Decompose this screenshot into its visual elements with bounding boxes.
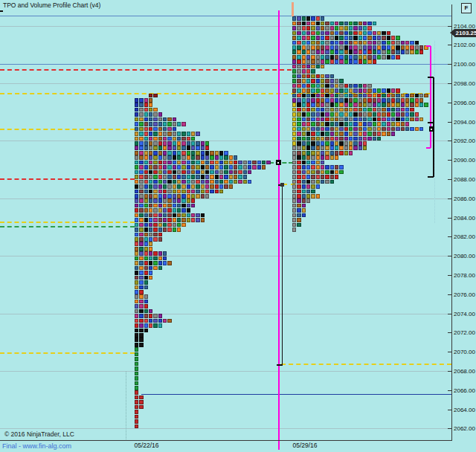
tpo-cell <box>201 155 205 160</box>
tpo-cell <box>135 227 138 232</box>
fin-alg-watermark[interactable]: Final - www.fin-alg.com <box>2 442 71 450</box>
tpo-cell <box>135 309 138 314</box>
tpo-cell <box>210 184 213 189</box>
tpo-cell <box>135 223 138 227</box>
tpo-cell <box>158 132 162 136</box>
chart-corner-tick <box>0 10 3 12</box>
y-axis-label: 2102.00 <box>454 42 475 48</box>
tpo-cell <box>377 108 381 112</box>
tpo-cell <box>135 367 138 371</box>
tpo-cell <box>158 184 162 189</box>
tpo-cell <box>302 122 306 126</box>
tpo-cell <box>302 98 306 103</box>
tpo-cell <box>167 122 171 126</box>
tpo-cell <box>419 98 423 103</box>
tpo-cell <box>306 198 310 203</box>
tpo-cell <box>187 204 190 208</box>
navy-close-line <box>141 394 451 395</box>
tpo-cell <box>144 194 148 198</box>
tpo-cell <box>330 122 334 126</box>
tpo-cell <box>181 161 185 165</box>
tpo-cell <box>325 165 329 170</box>
tpo-cell <box>229 161 233 165</box>
tpo-cell <box>167 127 171 132</box>
tpo-cell <box>149 204 152 208</box>
tpo-cell <box>387 127 390 132</box>
tpo-cell <box>335 141 338 146</box>
tpo-cell <box>330 165 334 170</box>
tpo-cell <box>158 112 162 117</box>
tpo-cell <box>196 161 199 165</box>
tpo-cell <box>135 180 138 184</box>
tpo-cell <box>144 127 148 132</box>
tpo-cell <box>144 218 148 222</box>
tpo-cell <box>163 127 167 132</box>
tpo-cell <box>325 31 329 36</box>
tpo-cell <box>167 170 171 175</box>
tpo-cell <box>139 271 143 275</box>
tpo-cell <box>201 161 205 165</box>
tpo-cell <box>139 333 143 338</box>
tpo-cell <box>302 127 306 132</box>
tpo-cell <box>135 372 138 376</box>
tpo-cell <box>177 208 181 213</box>
tpo-cell <box>306 151 310 155</box>
tpo-cell <box>363 55 367 59</box>
tpo-cell <box>135 146 138 150</box>
tpo-cell <box>173 204 176 208</box>
tpo-cell <box>139 323 143 328</box>
tpo-cell <box>363 41 367 45</box>
tpo-cell <box>135 294 138 299</box>
tpo-cell <box>373 132 376 136</box>
tpo-cell <box>401 98 405 103</box>
tpo-cell <box>158 319 162 323</box>
tpo-cell <box>339 132 343 136</box>
panel-f-button[interactable]: F <box>461 3 472 13</box>
tpo-cell <box>297 84 300 88</box>
tpo-cell <box>153 117 157 122</box>
tpo-cell <box>149 323 152 328</box>
tpo-cell <box>135 184 138 189</box>
tpo-cell <box>139 98 143 103</box>
tpo-cell <box>367 98 371 103</box>
tpo-cell <box>321 161 324 165</box>
tpo-cell <box>135 405 138 410</box>
tpo-cell <box>339 41 343 45</box>
tpo-cell <box>135 108 138 112</box>
tpo-cell <box>139 247 143 251</box>
tpo-cell <box>205 180 209 184</box>
tpo-cell <box>330 26 334 30</box>
tpo-cell <box>373 98 376 103</box>
tpo-cell <box>238 175 242 179</box>
tpo-cell <box>311 146 315 150</box>
tpo-cell <box>210 165 213 170</box>
tpo-cell <box>344 41 348 45</box>
tpo-cell <box>139 396 143 400</box>
yellow-level-2093 <box>0 129 135 130</box>
tpo-cell <box>396 122 399 126</box>
tpo-cell <box>358 22 362 26</box>
tpo-cell <box>405 127 409 132</box>
tpo-cell <box>163 204 167 208</box>
tpo-cell <box>149 198 152 203</box>
tpo-cell <box>344 50 348 54</box>
tpo-cell <box>325 94 329 98</box>
tpo-cell <box>234 165 237 170</box>
tpo-cell <box>316 103 320 107</box>
tpo-cell <box>191 180 195 184</box>
tpo-cell <box>163 194 167 198</box>
tpo-cell <box>363 88 367 93</box>
tpo-cell <box>316 88 320 93</box>
tpo-cell <box>321 65 324 69</box>
tpo-cell <box>391 55 395 59</box>
tpo-cell <box>321 31 324 36</box>
tpo-cell <box>153 227 157 232</box>
tpo-cell <box>135 381 138 386</box>
tpo-cell <box>353 108 357 112</box>
tpo-cell <box>316 184 320 189</box>
y-axis-label: 2088.00 <box>454 176 475 183</box>
tpo-cell <box>139 256 143 261</box>
tpo-cell <box>139 233 143 237</box>
tpo-cell <box>349 132 353 136</box>
tpo-cell <box>396 108 399 112</box>
